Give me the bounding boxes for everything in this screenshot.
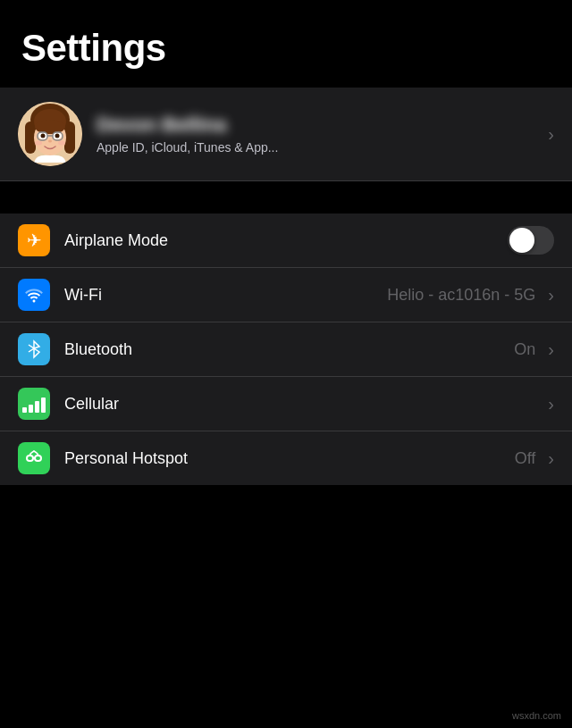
svg-rect-17	[27, 456, 33, 461]
section-spacer	[0, 181, 572, 213]
profile-subtitle: Apple ID, iCloud, iTunes & App...	[97, 140, 541, 155]
cellular-icon	[22, 395, 46, 413]
hotspot-chevron-icon: ›	[548, 448, 554, 469]
wifi-label: Wi-Fi	[64, 286, 387, 305]
cellular-label: Cellular	[64, 395, 541, 414]
cellular-bar-2	[29, 405, 33, 413]
airplane-icon: ✈	[27, 230, 42, 251]
personal-hotspot-label: Personal Hotspot	[64, 449, 515, 468]
cellular-icon-wrapper	[18, 388, 50, 420]
airplane-mode-toggle[interactable]	[508, 226, 554, 255]
cellular-bar-4	[41, 397, 46, 413]
bluetooth-icon-wrapper	[18, 333, 50, 365]
wifi-row[interactable]: Wi-Fi Helio - ac1016n - 5G ›	[0, 268, 572, 322]
cellular-bar-1	[22, 407, 27, 413]
hotspot-icon	[24, 448, 44, 468]
watermark: wsxdn.com	[512, 710, 561, 721]
airplane-mode-icon-wrapper: ✈	[18, 224, 50, 256]
settings-group-connectivity: ✈ Airplane Mode Wi-Fi Helio - ac1016n - …	[0, 213, 572, 485]
wifi-icon-wrapper	[18, 279, 50, 311]
hotspot-icon-wrapper	[18, 442, 50, 474]
wifi-icon	[24, 287, 44, 303]
svg-rect-18	[35, 456, 41, 461]
bluetooth-chevron-icon: ›	[548, 339, 554, 360]
profile-info: Devon Bellina Apple ID, iCloud, iTunes &…	[97, 113, 541, 155]
svg-point-12	[41, 134, 46, 138]
bluetooth-label: Bluetooth	[64, 340, 514, 359]
airplane-mode-label: Airplane Mode	[64, 231, 508, 250]
svg-point-14	[48, 140, 52, 143]
personal-hotspot-row[interactable]: Personal Hotspot Off ›	[0, 431, 572, 485]
cellular-bar-3	[35, 401, 39, 413]
svg-point-16	[58, 141, 65, 146]
cellular-row[interactable]: Cellular ›	[0, 377, 572, 431]
bluetooth-row[interactable]: Bluetooth On ›	[0, 322, 572, 377]
svg-point-6	[35, 120, 65, 134]
profile-name: Devon Bellina	[97, 113, 541, 137]
bluetooth-icon	[25, 339, 43, 359]
settings-header: Settings	[0, 0, 572, 88]
chevron-icon: ›	[548, 124, 554, 145]
personal-hotspot-value: Off	[515, 449, 536, 468]
page-title: Settings	[21, 27, 551, 70]
svg-point-13	[55, 134, 60, 138]
airplane-mode-row[interactable]: ✈ Airplane Mode	[0, 213, 572, 268]
cellular-chevron-icon: ›	[548, 394, 554, 414]
avatar	[18, 102, 82, 166]
wifi-chevron-icon: ›	[548, 285, 554, 305]
wifi-value: Helio - ac1016n - 5G	[387, 286, 535, 305]
profile-row[interactable]: Devon Bellina Apple ID, iCloud, iTunes &…	[0, 88, 572, 181]
bluetooth-value: On	[514, 340, 535, 359]
svg-point-15	[35, 141, 42, 146]
toggle-knob	[509, 228, 534, 253]
